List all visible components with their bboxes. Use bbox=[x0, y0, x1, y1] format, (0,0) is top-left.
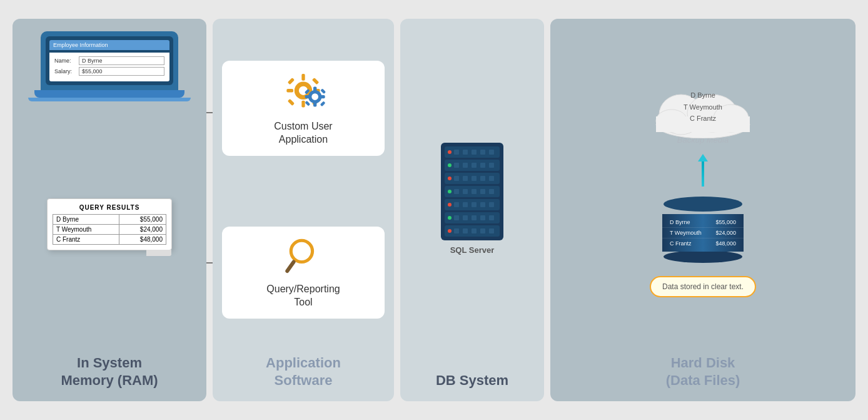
db-body: D Byrne $55,000 T Weymouth $24,000 C Fra… bbox=[662, 214, 744, 252]
cell bbox=[489, 150, 494, 155]
svg-rect-9 bbox=[301, 74, 305, 81]
section-app-label: ApplicationSoftware bbox=[266, 354, 341, 390]
db-row-name-2: T Weymouth bbox=[670, 230, 702, 236]
row-salary-1: $55,000 bbox=[119, 215, 166, 225]
server-dot-green-1 bbox=[448, 163, 452, 167]
table-row: D Byrne $55,000 bbox=[53, 215, 166, 225]
cell bbox=[463, 163, 468, 168]
salary-label: Salary: bbox=[54, 68, 76, 74]
cell bbox=[463, 202, 468, 207]
laptop-field-salary: Salary: $55,000 bbox=[54, 67, 164, 76]
query-results-title: QUERY RESULTS bbox=[53, 204, 166, 211]
cell bbox=[463, 228, 468, 233]
server-row-3 bbox=[445, 173, 500, 184]
svg-rect-19 bbox=[313, 86, 316, 91]
svg-rect-11 bbox=[286, 89, 293, 92]
server-row-5 bbox=[445, 199, 500, 210]
table-row: C Frantz $48,000 bbox=[53, 235, 166, 245]
db-cylinder-shape: D Byrne $55,000 T Weymouth $24,000 C Fra… bbox=[662, 196, 744, 267]
backup-name-2: T Weymouth bbox=[684, 103, 722, 111]
section-db: SQL Server DB System bbox=[400, 19, 544, 401]
cell bbox=[480, 150, 485, 155]
server-dot-red-2 bbox=[448, 177, 452, 180]
db-row-salary-1: $55,000 bbox=[715, 219, 736, 225]
sql-server-container: SQL Server bbox=[441, 31, 503, 366]
svg-rect-22 bbox=[320, 95, 325, 98]
cell bbox=[472, 176, 477, 181]
db-row-2: T Weymouth $24,000 bbox=[662, 228, 744, 238]
cell bbox=[454, 163, 459, 168]
clear-text-label: Data stored in clear text. bbox=[662, 282, 744, 291]
db-row-salary-2: $24,000 bbox=[715, 230, 736, 236]
laptop-container: Employee Information Name: D Byrne Salar… bbox=[28, 31, 191, 101]
query-tool-label: Query/ReportingTool bbox=[266, 283, 340, 309]
cell bbox=[480, 176, 485, 181]
backup-arrow bbox=[698, 154, 708, 187]
gears-icon bbox=[278, 70, 328, 114]
section-disk: D Byrne T Weymouth C Frantz Backup Media bbox=[550, 19, 855, 401]
server-rack bbox=[441, 143, 503, 240]
svg-point-27 bbox=[291, 241, 312, 262]
server-row-6 bbox=[445, 212, 500, 223]
server-dot-red-1 bbox=[448, 150, 452, 154]
laptop-field-name: Name: D Byrne bbox=[54, 56, 164, 65]
cell bbox=[454, 189, 459, 194]
svg-rect-15 bbox=[288, 99, 295, 106]
query-results-table: D Byrne $55,000 T Weymouth $24,000 C Fra… bbox=[53, 214, 166, 245]
db-top-ellipse bbox=[662, 196, 744, 212]
server-grid-1 bbox=[454, 150, 497, 155]
backup-name-1: D Byrne bbox=[690, 91, 715, 99]
app-box-query: Query/ReportingTool bbox=[222, 227, 385, 319]
server-grid-6 bbox=[454, 215, 497, 220]
row-name-1: D Byrne bbox=[53, 215, 119, 225]
server-dot-green-3 bbox=[448, 216, 452, 220]
cell bbox=[480, 189, 485, 194]
arrow-line bbox=[702, 161, 704, 187]
laptop-foot bbox=[28, 98, 191, 101]
db-row-name-3: C Frantz bbox=[670, 240, 692, 247]
magnifier-icon bbox=[285, 236, 322, 277]
cell bbox=[489, 176, 494, 181]
db-row-name-1: D Byrne bbox=[670, 219, 690, 225]
sql-server-label: SQL Server bbox=[450, 245, 495, 255]
svg-point-18 bbox=[311, 93, 318, 100]
svg-rect-13 bbox=[288, 78, 295, 85]
cell bbox=[454, 150, 459, 155]
cell bbox=[472, 228, 477, 233]
svg-rect-25 bbox=[305, 101, 310, 106]
name-value: D Byrne bbox=[79, 56, 164, 65]
cell bbox=[489, 189, 494, 194]
server-row-2 bbox=[445, 160, 500, 171]
cell bbox=[463, 189, 468, 194]
arrow-head-icon bbox=[698, 154, 708, 161]
server-grid-2 bbox=[454, 163, 497, 168]
svg-point-36 bbox=[664, 252, 742, 263]
clear-text-badge: Data stored in clear text. bbox=[650, 276, 756, 297]
query-results-card: QUERY RESULTS D Byrne $55,000 T Weymouth… bbox=[47, 198, 172, 250]
svg-rect-21 bbox=[305, 95, 310, 98]
server-grid-3 bbox=[454, 176, 497, 181]
svg-rect-20 bbox=[313, 101, 316, 106]
row-salary-2: $24,000 bbox=[119, 225, 166, 235]
server-grid-5 bbox=[454, 202, 497, 207]
cell bbox=[489, 228, 494, 233]
main-diagram: Employee Information Name: D Byrne Salar… bbox=[0, 0, 868, 420]
name-label: Name: bbox=[54, 58, 76, 64]
cell bbox=[472, 202, 477, 207]
server-grid-4 bbox=[454, 189, 497, 194]
svg-point-35 bbox=[664, 197, 742, 212]
cell bbox=[480, 202, 485, 207]
row-name-2: T Weymouth bbox=[53, 225, 119, 235]
svg-line-28 bbox=[287, 262, 293, 272]
cell bbox=[480, 228, 485, 233]
database-cylinder: D Byrne $55,000 T Weymouth $24,000 C Fra… bbox=[662, 196, 744, 267]
cell bbox=[463, 150, 468, 155]
cell bbox=[454, 202, 459, 207]
cell bbox=[463, 215, 468, 220]
svg-rect-10 bbox=[301, 101, 305, 108]
laptop-screen: Employee Information Name: D Byrne Salar… bbox=[46, 36, 173, 85]
server-dot-green-2 bbox=[448, 190, 452, 193]
section-ram: Employee Information Name: D Byrne Salar… bbox=[13, 19, 206, 401]
db-bottom-ellipse bbox=[662, 252, 744, 264]
cell bbox=[489, 215, 494, 220]
